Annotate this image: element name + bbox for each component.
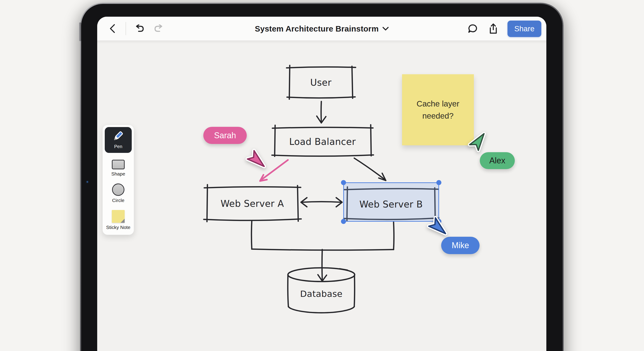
tool-pen-label: Pen xyxy=(114,144,122,149)
export-button[interactable] xyxy=(487,22,500,35)
page-title: System Architecture Brainstorm xyxy=(255,24,379,33)
sarah-cursor-icon xyxy=(245,145,270,175)
tablet-side-button xyxy=(79,22,81,41)
undo-icon xyxy=(134,24,144,33)
tool-shape-label: Shape xyxy=(111,171,125,177)
user-node-label[interactable]: User xyxy=(310,77,332,88)
circle-shape-icon xyxy=(112,184,124,196)
tablet-frame: System Architecture Brainstorm xyxy=(80,3,564,351)
tablet-bezel: System Architecture Brainstorm xyxy=(81,4,562,351)
front-camera xyxy=(86,180,89,184)
app-screen: System Architecture Brainstorm xyxy=(97,17,546,351)
connector-servers-to-database xyxy=(252,221,394,281)
pen-icon xyxy=(112,131,124,143)
undo-button[interactable] xyxy=(133,22,146,35)
load-balancer-node-label[interactable]: Load Balancer xyxy=(289,136,356,147)
top-bar: System Architecture Brainstorm xyxy=(97,17,546,41)
arrow-user-to-loadbalancer xyxy=(317,101,326,123)
whiteboard-canvas[interactable]: User Load Balancer Web Server A Web Serv… xyxy=(97,41,546,351)
tool-pen[interactable]: Pen xyxy=(105,127,132,153)
redo-icon xyxy=(154,24,164,33)
sarah-name-badge: Sarah xyxy=(203,127,247,144)
alex-name-badge: Alex xyxy=(480,152,515,169)
tool-circle[interactable]: Circle xyxy=(112,184,124,203)
share-up-arrow-icon xyxy=(488,23,498,34)
chevron-down-icon xyxy=(382,27,389,31)
share-button[interactable]: Share xyxy=(508,20,541,37)
mike-cursor-icon xyxy=(426,213,452,243)
back-button[interactable] xyxy=(106,22,119,35)
comments-button[interactable] xyxy=(466,22,479,35)
arrow-between-web-servers xyxy=(301,198,342,207)
tool-sticky-note[interactable]: Sticky Note xyxy=(106,210,130,230)
selection-handle-top-right[interactable] xyxy=(436,180,442,185)
tool-shape[interactable]: Shape xyxy=(111,160,125,177)
speech-bubble-icon xyxy=(468,23,478,34)
rectangle-shape-icon xyxy=(112,160,125,169)
web-server-b-node-label[interactable]: Web Server B xyxy=(359,199,422,210)
database-node-label[interactable]: Database xyxy=(300,289,342,299)
tool-circle-label: Circle xyxy=(112,198,124,203)
tool-sticky-note-label: Sticky Note xyxy=(106,225,130,230)
selection-handle-bottom-left[interactable] xyxy=(341,219,346,224)
toolbar-divider xyxy=(126,22,126,35)
alex-cursor-icon xyxy=(466,127,490,156)
sticky-note[interactable]: Cache layer needed? xyxy=(402,74,474,145)
arrow-loadbalancer-to-webserver-b xyxy=(354,158,386,181)
web-server-a-node-label[interactable]: Web Server A xyxy=(220,198,284,209)
redo-button[interactable] xyxy=(152,22,165,35)
chevron-left-icon xyxy=(109,24,116,33)
selection-handle-top-left[interactable] xyxy=(341,180,346,185)
document-title-menu[interactable]: System Architecture Brainstorm xyxy=(255,24,389,33)
sticky-note-text: Cache layer needed? xyxy=(408,98,468,122)
tool-palette: Pen Shape Circle Sticky Note xyxy=(102,125,134,235)
sticky-note-icon xyxy=(112,210,125,223)
